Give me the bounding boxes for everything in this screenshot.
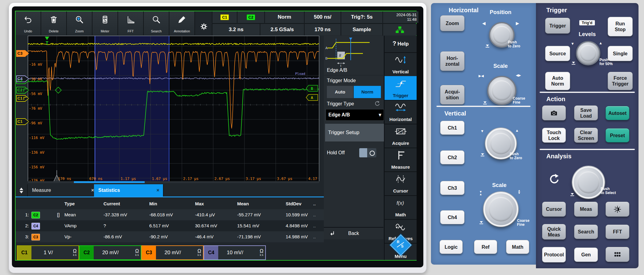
logic-button[interactable]: Logic: [440, 240, 463, 254]
table-row[interactable]: 1:C2[]Mean-37.328 mV-68.018 mV-410.4 µV-…: [16, 209, 324, 220]
toolbar-button-label: Delete: [41, 29, 66, 33]
svg-text:t: t: [340, 64, 341, 68]
toolbar-search-button[interactable]: Search: [144, 11, 169, 35]
channel-tag-c3[interactable]: C3: [16, 50, 29, 57]
status-field-2[interactable]: Norm: [264, 11, 304, 23]
status-value-2[interactable]: 170 ns: [304, 24, 341, 35]
zoom-button[interactable]: Zoom: [440, 15, 465, 31]
protocol-button[interactable]: Protocol: [542, 247, 566, 262]
trigger-setup-button[interactable]: Trigger Setup: [325, 124, 385, 141]
status-value-1[interactable]: 2.5 GSa/s: [260, 24, 304, 35]
channel-block-c2[interactable]: C220 mV/Ω1:1: [79, 245, 141, 260]
button-label-line: Meas: [548, 232, 560, 238]
button-label-line: Ch3: [448, 185, 457, 191]
trigger-button[interactable]: Trigger: [545, 18, 570, 34]
status-channel-c2[interactable]: C2: [237, 11, 264, 23]
auto-norm-button[interactable]: AutoNorm: [545, 72, 570, 90]
tab-statistics[interactable]: Statistics×: [94, 184, 164, 196]
channel-tag-c1[interactable]: C1: [16, 95, 29, 102]
settings-button[interactable]: [196, 11, 212, 36]
status-field-3[interactable]: 500 ns/: [304, 11, 341, 23]
rotate-icon[interactable]: [549, 174, 559, 184]
channel-block-c1[interactable]: C11 V/Ω1:1: [17, 245, 79, 260]
holdoff-toggle[interactable]: [359, 148, 376, 157]
horizontal-scrollbar[interactable]: [28, 181, 319, 183]
tab-close-icon[interactable]: ×: [157, 188, 159, 193]
tab-measure[interactable]: Measure×: [28, 184, 98, 196]
ref-button[interactable]: Ref: [474, 240, 497, 254]
results-collapse-control[interactable]: [16, 184, 28, 196]
hori--zontal-button[interactable]: Hori-zontal: [440, 51, 465, 71]
cell-max: -410.4 µV: [195, 209, 215, 220]
channel-scale-value: 10 mV/: [218, 250, 252, 256]
apps-button[interactable]: [606, 247, 629, 262]
sidebar-item-horizontal[interactable]: Horizontal: [385, 100, 417, 124]
toolbar-meter-button[interactable]: Meter: [92, 11, 118, 35]
trigger-mode-norm[interactable]: Norm: [354, 86, 381, 98]
trigger-type-dropdown[interactable]: Edge A/B ▾: [326, 109, 384, 121]
autoset-button[interactable]: Autoset: [606, 106, 629, 120]
status-value-0[interactable]: 3.2 ns: [212, 24, 260, 35]
save-load-button[interactable]: SaveLoad: [574, 105, 598, 120]
sidebar-item-math[interactable]: f(x)Math: [385, 195, 417, 220]
sidebar-item-cursor[interactable]: Cursor: [385, 171, 417, 196]
measure-icon: [395, 151, 407, 160]
channel-tag-c4[interactable]: C4: [16, 75, 29, 82]
cursor-button[interactable]: Cursor: [542, 202, 566, 217]
channel-tag-c2[interactable]: C2: [16, 87, 29, 94]
intensity-button[interactable]: [606, 202, 629, 217]
ch3-button[interactable]: Ch3: [440, 181, 465, 195]
ch4-button[interactable]: Ch4: [440, 210, 465, 224]
status-channel-c1[interactable]: C1: [212, 11, 237, 23]
back-button[interactable]: Back: [324, 227, 383, 239]
sidebar-item-acquire[interactable]: ADAcquire: [385, 124, 417, 148]
sidebar-item-trigger[interactable]: Trigger: [385, 76, 417, 101]
search-icon: [152, 15, 161, 24]
status-datetime: 2024-05-3111:48: [382, 11, 418, 23]
toolbar-annotation-button[interactable]: Annotation: [169, 11, 195, 35]
preset-button[interactable]: Preset: [606, 128, 629, 142]
status-value-3[interactable]: Sample: [341, 24, 382, 35]
channel-block-c4[interactable]: C410 mV/Ω1:1: [204, 245, 266, 260]
refcurves-icon: [395, 222, 407, 231]
horizontal-scale-knob[interactable]: [487, 76, 516, 105]
scrollbar-thumb[interactable]: [74, 181, 145, 183]
screenshot-button[interactable]: [542, 105, 566, 120]
ch1-button[interactable]: Ch1: [440, 121, 465, 135]
source-button[interactable]: Source: [545, 46, 570, 61]
status-field-4[interactable]: Trig?: 5s: [341, 11, 382, 23]
sidebar-item-measure[interactable]: Measure: [385, 148, 417, 172]
levels-knob-hint: Pushfor 50%: [599, 58, 613, 66]
channel-block-c3[interactable]: C320 mV/Ω1:1: [141, 245, 204, 260]
toolbar-zoom-button[interactable]: Zoom: [67, 11, 92, 35]
sidebar-item-label: Math: [385, 212, 417, 217]
vertical-scale-knob[interactable]: [483, 192, 518, 227]
table-row[interactable]: 3:C3Vp--86.6 mV-90.2 mV-46.4 mV-71.198 m…: [16, 231, 324, 242]
gen-button[interactable]: Gen: [574, 248, 598, 262]
refresh-icon[interactable]: [374, 101, 380, 106]
quick-meas-button[interactable]: QuickMeas: [542, 224, 566, 240]
sidebar-item-vertical[interactable]: Vertical: [385, 52, 417, 77]
toolbar-fft-button[interactable]: FFT: [118, 11, 144, 35]
ch2-button[interactable]: Ch2: [440, 150, 465, 164]
sidebar-item-menu[interactable]: RSMenu: [385, 243, 417, 260]
channel-tag-c1[interactable]: C1: [16, 118, 29, 125]
search-button[interactable]: Search: [574, 225, 598, 239]
analysis-navigation-knob[interactable]: [572, 166, 605, 199]
toolbar-delete-button[interactable]: Delete: [41, 11, 67, 35]
touch-lock-button[interactable]: TouchLock: [542, 128, 566, 143]
force-trigger-button[interactable]: ForceTrigger: [608, 72, 633, 90]
table-row[interactable]: 2:C4VAmp?6.517 mV30.674 mV15.541 mV4.849…: [16, 220, 324, 231]
trigger-mode-auto[interactable]: Auto: [327, 86, 353, 98]
fft-button[interactable]: FFT: [606, 225, 629, 239]
trigger-levels-knob[interactable]: [576, 41, 600, 65]
run-stop-button[interactable]: RunStop: [608, 17, 633, 36]
waveform-area[interactable]: TBAPload-16 mV-36 mV-56 mV-76 mV-96 mV-1…: [28, 36, 319, 183]
acqui--sition-button[interactable]: Acqui-sition: [440, 85, 465, 105]
sidebar-item-help[interactable]: ?Help: [385, 36, 417, 53]
toolbar-undo-button[interactable]: Undo: [16, 11, 41, 35]
clear-screen-button[interactable]: ClearScreen: [574, 128, 598, 143]
tab-close-icon[interactable]: ×: [91, 188, 94, 193]
meas-button[interactable]: Meas: [574, 202, 598, 217]
math-button[interactable]: Math: [506, 240, 529, 254]
